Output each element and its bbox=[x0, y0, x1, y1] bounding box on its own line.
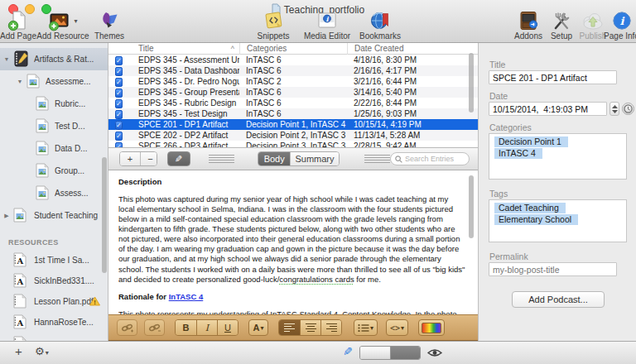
row-checkbox[interactable]: ✓ bbox=[115, 56, 123, 65]
table-row[interactable]: ✓ EDPS 345 - Assessment Unit InTASC 6 4/… bbox=[108, 55, 478, 65]
font-style-button[interactable]: A▾ bbox=[248, 319, 268, 336]
html-code-button[interactable]: <>▾ bbox=[386, 319, 408, 336]
formatting-toolbar: B I U A▾ ▾ <>▾ bbox=[108, 314, 478, 341]
category-item[interactable]: InTASC 4 bbox=[494, 148, 542, 159]
row-checkbox[interactable]: ✓ bbox=[115, 99, 123, 108]
disclosure-open-icon[interactable]: ▼ bbox=[16, 79, 24, 84]
bold-italic-underline-group: B I U bbox=[175, 319, 238, 336]
tab-summary[interactable]: Summary bbox=[290, 152, 339, 165]
resource-item-lesson-plan[interactable]: Lesson Plan.pdf ! bbox=[0, 291, 108, 312]
post-inspector: Title Date Categories Decision Point 1 I… bbox=[478, 43, 636, 341]
table-row[interactable]: ✓ SPCE 202 - DP2 Artifact Decision Point… bbox=[108, 130, 478, 141]
table-row[interactable]: ✓ EDPS 345 - Dr. Pedro Noguera InTASC 2 … bbox=[108, 76, 478, 87]
table-row[interactable]: ✓ EDPS 345 - Group Presentation InTASC 6… bbox=[108, 87, 478, 98]
align-left-button[interactable] bbox=[279, 320, 300, 335]
action-menu-button[interactable]: ⚙▾ bbox=[35, 345, 49, 357]
addons-button[interactable]: Addons bbox=[509, 10, 547, 41]
text-color-button[interactable] bbox=[418, 319, 445, 336]
title-label: Title bbox=[489, 60, 505, 69]
themes-button[interactable]: Themes bbox=[90, 10, 128, 41]
date-stepper[interactable] bbox=[610, 102, 619, 116]
media-editor-button[interactable]: i Media Editor bbox=[298, 10, 356, 41]
column-header-title[interactable]: Title^ bbox=[131, 43, 239, 55]
edit-entry-button[interactable]: ✎ bbox=[167, 151, 190, 166]
resource-item-partial[interactable]: A bbox=[0, 333, 108, 341]
tags-box[interactable]: Cadet Teaching Elementary School bbox=[489, 199, 627, 242]
underline-button[interactable]: U bbox=[217, 320, 238, 335]
resource-item-hannarose[interactable]: A HannaRoseTe... bbox=[0, 312, 108, 333]
sidebar-item-student-teaching[interactable]: ▶ Student Teaching bbox=[0, 204, 108, 227]
table-row-selected[interactable]: ✓ SPCE 201 - DP1 Artifact Decision Point… bbox=[108, 119, 478, 130]
svg-text:A: A bbox=[17, 276, 24, 285]
bookmarks-button[interactable]: Bookmarks bbox=[354, 10, 406, 41]
editor-scrollbar[interactable] bbox=[469, 175, 474, 238]
sidebar-item-rubric[interactable]: Rubric... bbox=[0, 93, 108, 115]
table-scrollbar[interactable] bbox=[469, 53, 474, 113]
table-row[interactable]: ✓ EDPS 345 - Rubric Design InTASC 6 2/22… bbox=[108, 98, 478, 108]
toggle-thumb[interactable] bbox=[360, 347, 391, 359]
sidebar-item-assessment[interactable]: ▼ Assessme... bbox=[0, 70, 108, 93]
tag-item[interactable]: Cadet Teaching bbox=[494, 203, 566, 213]
sidebar-item-assess[interactable]: Assess... bbox=[0, 182, 108, 204]
add-remove-entry-group: + − bbox=[119, 151, 157, 166]
snippets-button[interactable]: Snippets bbox=[251, 10, 296, 41]
sidebar-item-data[interactable]: Data D... bbox=[0, 137, 108, 160]
row-checkbox[interactable]: ✓ bbox=[115, 121, 123, 130]
setup-button[interactable]: Setup bbox=[546, 10, 577, 41]
post-body-editor[interactable]: Description This photo was captured duri… bbox=[108, 170, 478, 314]
add-entry-button[interactable]: + bbox=[120, 152, 140, 165]
permalink-input[interactable] bbox=[489, 262, 617, 276]
remove-link-button[interactable] bbox=[144, 319, 165, 336]
row-checkbox[interactable]: ✓ bbox=[115, 132, 123, 141]
drag-handle[interactable] bbox=[209, 155, 234, 163]
row-checkbox[interactable]: ✓ bbox=[115, 67, 123, 76]
add-link-button[interactable] bbox=[117, 319, 137, 336]
snippets-icon bbox=[263, 10, 284, 31]
permalink-label: Permalink bbox=[489, 251, 528, 261]
page-info-button[interactable]: i Page Info bbox=[607, 10, 636, 41]
column-header-date[interactable]: Date Created bbox=[347, 43, 478, 55]
search-field[interactable] bbox=[390, 152, 470, 165]
search-icon bbox=[395, 156, 402, 163]
table-row[interactable]: ✓ EDPS 345 - Test Design InTASC 6 1/25/1… bbox=[108, 108, 478, 119]
add-page-button[interactable]: Add Page bbox=[0, 10, 36, 41]
addons-icon bbox=[518, 10, 539, 31]
post-date-input[interactable] bbox=[489, 102, 607, 116]
post-title-input[interactable] bbox=[489, 70, 617, 84]
row-checkbox[interactable]: ✓ bbox=[115, 89, 123, 98]
sidebar-item-test[interactable]: Test D... bbox=[0, 115, 108, 137]
drag-handle[interactable] bbox=[364, 155, 390, 163]
intasc-link[interactable]: InTASC 4 bbox=[169, 292, 204, 301]
align-center-button[interactable] bbox=[300, 320, 320, 335]
add-item-button[interactable]: + bbox=[15, 344, 22, 358]
tab-body[interactable]: Body bbox=[258, 152, 290, 165]
add-podcast-button[interactable]: Add Podcast... bbox=[512, 291, 605, 308]
categories-box[interactable]: Decision Point 1 InTASC 4 bbox=[489, 133, 627, 180]
disclosure-open-icon[interactable]: ▼ bbox=[2, 56, 11, 62]
set-date-now-button[interactable] bbox=[622, 103, 634, 115]
table-row[interactable]: ✓ EDPS 345 - Data Dashboard InTASC 6 2/1… bbox=[108, 65, 478, 76]
row-checkbox[interactable]: ✓ bbox=[115, 110, 123, 119]
photo-page-icon bbox=[35, 96, 50, 113]
search-input[interactable] bbox=[405, 155, 465, 163]
column-header-categories[interactable]: Categories bbox=[239, 43, 347, 55]
resource-item-1st-time[interactable]: A 1st Time I Sa... bbox=[0, 250, 108, 271]
align-center-icon bbox=[306, 323, 316, 332]
italic-button[interactable]: I bbox=[196, 320, 217, 335]
tag-item[interactable]: Elementary School bbox=[494, 214, 578, 225]
checkbox-column-header[interactable] bbox=[108, 43, 131, 55]
table-row[interactable]: ✓ SPCE 266 - DP3 Artifact Decision Point… bbox=[108, 141, 478, 147]
sidebar-item-artifacts[interactable]: ▼ Artifacts & Rat... bbox=[0, 48, 108, 70]
list-button[interactable]: ▾ bbox=[354, 319, 378, 336]
disclosure-closed-icon[interactable]: ▶ bbox=[2, 213, 11, 219]
remove-entry-button[interactable]: − bbox=[140, 152, 157, 165]
row-checkbox[interactable]: ✓ bbox=[115, 78, 123, 87]
align-right-button[interactable] bbox=[320, 320, 341, 335]
edit-preview-toggle[interactable] bbox=[359, 346, 421, 360]
sidebar-item-group[interactable]: Group... bbox=[0, 160, 108, 182]
sidebar-scrollbar[interactable] bbox=[102, 157, 107, 273]
bold-button[interactable]: B bbox=[176, 320, 196, 335]
category-item[interactable]: Decision Point 1 bbox=[494, 136, 568, 147]
resource-item-sickinbed[interactable]: A SickInBed331.... bbox=[0, 271, 108, 291]
add-resource-button[interactable]: ▾ Add Resource bbox=[36, 10, 90, 41]
